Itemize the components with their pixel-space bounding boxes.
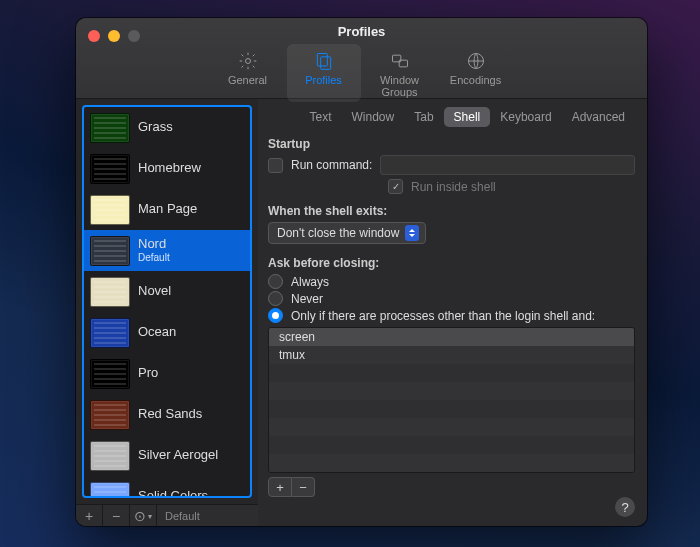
preferences-window: Profiles GeneralProfilesWindow GroupsEnc…	[76, 18, 647, 526]
add-profile-button[interactable]: +	[76, 505, 103, 526]
tab-keyboard[interactable]: Keyboard	[490, 107, 561, 127]
ask-radio-0[interactable]	[268, 274, 283, 289]
toolbar-window-groups[interactable]: Window Groups	[363, 44, 437, 102]
run-command-field[interactable]	[380, 155, 635, 175]
default-button[interactable]: Default	[157, 510, 200, 522]
help-button[interactable]: ?	[615, 497, 635, 517]
profile-name: Silver Aerogel	[138, 448, 218, 463]
ask-radio-1[interactable]	[268, 291, 283, 306]
profile-row-nord[interactable]: NordDefault	[84, 230, 250, 271]
process-row[interactable]	[269, 454, 634, 472]
encodings-icon	[441, 50, 511, 72]
profile-name: Solid Colors	[138, 489, 208, 498]
ask-label-0: Always	[291, 275, 329, 289]
tab-advanced[interactable]: Advanced	[562, 107, 635, 127]
profile-name: Novel	[138, 284, 171, 299]
profile-swatch	[90, 277, 130, 307]
process-row[interactable]	[269, 418, 634, 436]
profile-row-homebrew[interactable]: Homebrew	[84, 148, 250, 189]
process-row[interactable]	[269, 382, 634, 400]
startup-heading: Startup	[268, 137, 635, 151]
svg-point-0	[245, 59, 250, 64]
profile-swatch	[90, 400, 130, 430]
profile-row-man-page[interactable]: Man Page	[84, 189, 250, 230]
profile-row-pro[interactable]: Pro	[84, 353, 250, 394]
shell-exit-heading: When the shell exits:	[268, 204, 635, 218]
tab-window[interactable]: Window	[342, 107, 405, 127]
ask-label-1: Never	[291, 292, 323, 306]
window-groups-icon	[365, 50, 435, 72]
profile-row-silver-aerogel[interactable]: Silver Aerogel	[84, 435, 250, 476]
profile-row-red-sands[interactable]: Red Sands	[84, 394, 250, 435]
process-row[interactable]: tmux	[269, 346, 634, 364]
process-row[interactable]: screen	[269, 328, 634, 346]
ask-label-2: Only if there are processes other than t…	[291, 309, 595, 323]
process-row[interactable]	[269, 364, 634, 382]
profiles-icon	[289, 50, 359, 72]
profile-row-solid-colors[interactable]: Solid Colors	[84, 476, 250, 498]
toolbar-encodings[interactable]: Encodings	[439, 44, 513, 102]
processes-table[interactable]: screentmux	[268, 327, 635, 473]
tab-tab[interactable]: Tab	[404, 107, 443, 127]
profile-swatch	[90, 236, 130, 266]
profile-name: Red Sands	[138, 407, 202, 422]
profiles-list-footer: + − ⊙▾ Default	[76, 504, 258, 526]
settings-tabs: TextWindowTabShellKeyboardAdvanced	[268, 107, 635, 127]
shell-exit-popup[interactable]: Don't close the window	[268, 222, 426, 244]
profile-swatch	[90, 482, 130, 499]
add-process-button[interactable]: +	[268, 477, 292, 497]
process-row[interactable]	[269, 400, 634, 418]
profile-name: Homebrew	[138, 161, 201, 176]
profile-name: Ocean	[138, 325, 176, 340]
profile-name: Pro	[138, 366, 158, 381]
titlebar: Profiles GeneralProfilesWindow GroupsEnc…	[76, 18, 647, 99]
tab-shell[interactable]: Shell	[444, 107, 491, 127]
profile-settings-pane: TextWindowTabShellKeyboardAdvanced Start…	[258, 99, 647, 526]
process-row[interactable]	[269, 436, 634, 454]
remove-profile-button[interactable]: −	[103, 505, 130, 526]
toolbar-profiles[interactable]: Profiles	[287, 44, 361, 102]
ask-radio-2[interactable]	[268, 308, 283, 323]
ask-before-closing-heading: Ask before closing:	[268, 256, 635, 270]
run-command-label: Run command:	[291, 158, 372, 172]
profile-name: Grass	[138, 120, 173, 135]
profile-swatch	[90, 318, 130, 348]
profiles-sidebar: GrassHomebrewMan PageNordDefaultNovelOce…	[76, 99, 258, 526]
svg-rect-1	[317, 54, 327, 67]
profile-row-grass[interactable]: Grass	[84, 107, 250, 148]
profile-row-ocean[interactable]: Ocean	[84, 312, 250, 353]
profile-swatch	[90, 154, 130, 184]
profile-actions-menu[interactable]: ⊙▾	[130, 505, 157, 526]
profile-row-novel[interactable]: Novel	[84, 271, 250, 312]
profile-swatch	[90, 113, 130, 143]
toolbar: GeneralProfilesWindow GroupsEncodings	[76, 44, 647, 102]
run-inside-shell-checkbox[interactable]	[388, 179, 403, 194]
profile-name: Man Page	[138, 202, 197, 217]
toolbar-general[interactable]: General	[211, 44, 285, 102]
profile-name: NordDefault	[138, 237, 170, 263]
profile-swatch	[90, 441, 130, 471]
tab-text[interactable]: Text	[300, 107, 342, 127]
popup-arrows-icon	[405, 225, 419, 241]
svg-rect-2	[320, 57, 330, 70]
profile-swatch	[90, 195, 130, 225]
profiles-list[interactable]: GrassHomebrewMan PageNordDefaultNovelOce…	[82, 105, 252, 498]
run-inside-shell-label: Run inside shell	[411, 180, 496, 194]
window-title: Profiles	[76, 24, 647, 39]
general-icon	[213, 50, 283, 72]
remove-process-button[interactable]: −	[292, 477, 315, 497]
run-command-checkbox[interactable]	[268, 158, 283, 173]
shell-exit-value: Don't close the window	[277, 226, 399, 240]
profile-swatch	[90, 359, 130, 389]
